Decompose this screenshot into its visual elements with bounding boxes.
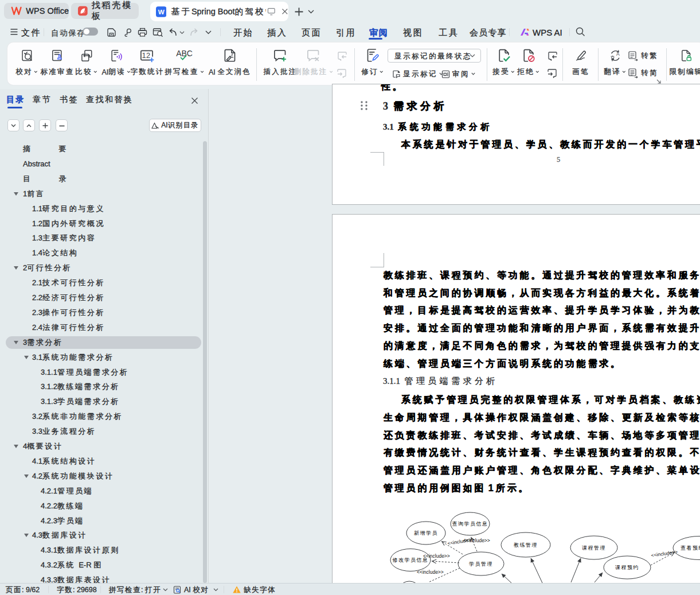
svg-text:课程预约: 课程预约 [615,565,639,570]
svg-text:12: 12 [142,51,151,60]
svg-text:ABC: ABC [177,49,193,58]
svg-text:A: A [616,51,620,57]
svg-text:<<include>>: <<include>> [423,553,450,559]
svg-text:查询学员信息: 查询学员信息 [452,521,488,527]
svg-text:W: W [158,7,165,15]
svg-text:课程管理: 课程管理 [582,545,606,551]
svg-text:<<include>>: <<include>> [417,569,444,575]
svg-text:<<include>>: <<include>> [463,538,490,543]
svg-text:<<include>>: <<include>> [651,549,678,558]
svg-text:学员管理: 学员管理 [469,561,493,567]
svg-text:教练管理: 教练管理 [514,542,538,548]
svg-text:新增学员: 新增学员 [414,530,438,536]
svg-text:查看预约: 查看预约 [681,545,700,551]
